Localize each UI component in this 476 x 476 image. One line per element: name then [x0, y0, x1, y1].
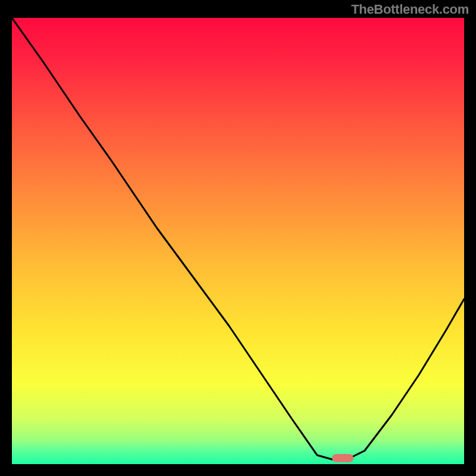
plot-svg	[12, 18, 464, 464]
plot-area	[12, 18, 464, 464]
chart-container: TheBottleneck.com	[0, 0, 476, 476]
watermark-text: TheBottleneck.com	[351, 2, 469, 17]
sweet-spot-marker	[332, 454, 353, 462]
heat-gradient	[12, 18, 464, 464]
